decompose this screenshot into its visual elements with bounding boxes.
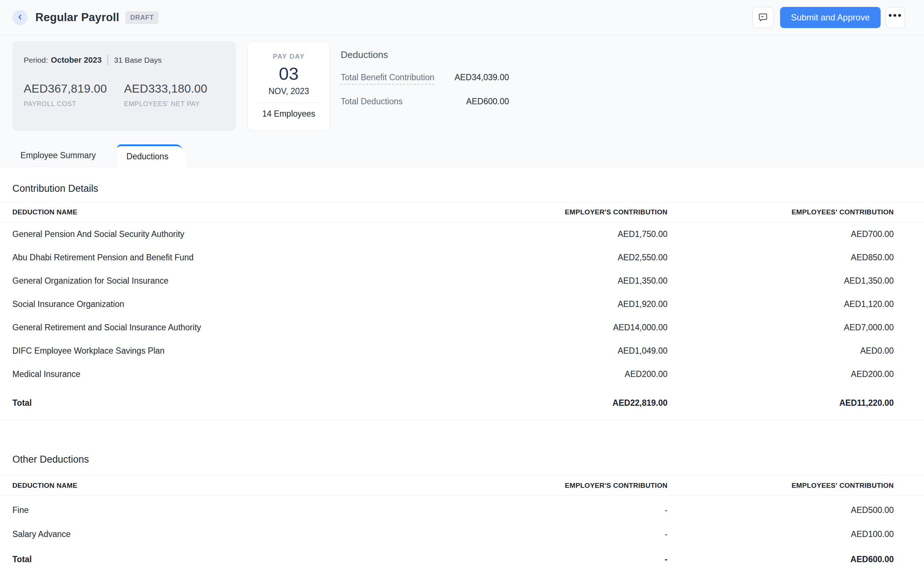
column-employer-contribution: EMPLOYER'S CONTRIBUTION — [441, 208, 668, 216]
contribution-table-header: DEDUCTION NAME EMPLOYER'S CONTRIBUTION E… — [12, 202, 894, 222]
payroll-cost-block: AED367,819.00 PAYROLL COST — [24, 82, 124, 108]
table-row: General Retirement and Social Insurance … — [12, 316, 894, 339]
other-deductions-body: Fine - AED500.00 Salary Advance - AED100… — [12, 496, 894, 568]
contribution-details-heading: Contribution Details — [12, 182, 894, 195]
table-row: DIFC Employee Workplace Savings Plan AED… — [12, 339, 894, 363]
deductions-heading: Deductions — [341, 49, 509, 60]
total-benefit-contribution-label[interactable]: Total Benefit Contribution — [341, 73, 434, 85]
table-row: Abu Dhabi Retirement Pension and Benefit… — [12, 246, 894, 269]
status-badge: DRAFT — [125, 11, 158, 24]
column-employer-contribution: EMPLOYER'S CONTRIBUTION — [441, 482, 668, 489]
page-title: Regular Payroll — [35, 11, 119, 24]
total-deductions-label: Total Deductions — [341, 97, 402, 106]
payroll-cost-amount: AED367,819.00 — [24, 82, 124, 95]
table-row: General Organization for Social Insuranc… — [12, 269, 894, 292]
table-row: Salary Advance - AED100.00 — [12, 522, 894, 546]
base-days: 31 Base Days — [114, 56, 162, 65]
payday-label: PAY DAY — [248, 53, 330, 60]
table-bottom-divider — [0, 420, 924, 420]
period-label: Period: — [24, 56, 48, 65]
payday-month-year: NOV, 2023 — [248, 86, 330, 96]
period-divider — [107, 55, 108, 65]
net-pay-amount: AED333,180.00 — [124, 82, 225, 95]
summary-band: Period: October 2023 31 Base Days AED367… — [0, 35, 924, 167]
total-deductions-row: Total Deductions AED600.00 — [341, 97, 509, 106]
other-deductions-total-row: Total - AED600.00 — [12, 546, 894, 568]
period-value: October 2023 — [51, 56, 102, 65]
net-pay-block: AED333,180.00 EMPLOYEES' NET PAY — [124, 82, 225, 108]
table-row: General Pension And Social Security Auth… — [12, 222, 894, 246]
deductions-summary-panel: Deductions Total Benefit Contribution AE… — [341, 41, 509, 106]
more-button[interactable]: ••• — [886, 7, 905, 28]
total-benefit-contribution-row: Total Benefit Contribution AED34,039.00 — [341, 73, 509, 85]
header-bar: Regular Payroll DRAFT Submit and Approve… — [0, 0, 924, 35]
other-deductions-heading: Other Deductions — [12, 453, 894, 465]
tab-employee-summary[interactable]: Employee Summary — [12, 144, 104, 167]
payday-divider — [257, 103, 320, 103]
total-deductions-value: AED600.00 — [466, 97, 509, 106]
tab-bar: Employee Summary Deductions — [12, 144, 912, 167]
comment-icon — [758, 12, 768, 23]
summary-row: Period: October 2023 31 Base Days AED367… — [12, 41, 912, 131]
table-row: Social Insurance Organization AED1,920.0… — [12, 292, 894, 316]
ellipsis-icon: ••• — [888, 10, 902, 20]
column-deduction-name: DEDUCTION NAME — [12, 482, 441, 489]
amounts-row: AED367,819.00 PAYROLL COST AED333,180.00… — [24, 82, 225, 108]
employee-count: 14 Employees — [248, 109, 330, 119]
payroll-cost-label: PAYROLL COST — [24, 100, 124, 108]
submit-and-approve-button[interactable]: Submit and Approve — [780, 7, 881, 28]
payroll-detail-page: Regular Payroll DRAFT Submit and Approve… — [0, 0, 924, 568]
payday-day: 03 — [248, 63, 330, 84]
contribution-details-section: Contribution Details DEDUCTION NAME EMPL… — [12, 182, 894, 420]
column-employees-contribution: EMPLOYEES' CONTRIBUTION — [668, 208, 894, 216]
column-employees-contribution: EMPLOYEES' CONTRIBUTION — [668, 482, 894, 489]
total-benefit-contribution-value: AED34,039.00 — [454, 73, 509, 82]
table-row: Medical Insurance AED200.00 AED200.00 — [12, 363, 894, 386]
payday-card: PAY DAY 03 NOV, 2023 14 Employees — [247, 41, 330, 131]
contribution-total-row: Total AED22,819.00 AED11,220.00 — [12, 386, 894, 420]
period-summary-card: Period: October 2023 31 Base Days AED367… — [12, 41, 236, 131]
chevron-left-icon — [17, 14, 24, 22]
comment-button[interactable] — [752, 7, 773, 28]
tab-deductions[interactable]: Deductions — [117, 144, 176, 167]
other-deductions-table-header: DEDUCTION NAME EMPLOYER'S CONTRIBUTION E… — [12, 475, 894, 495]
tab-content: Contribution Details DEDUCTION NAME EMPL… — [0, 167, 924, 568]
net-pay-label: EMPLOYEES' NET PAY — [124, 100, 225, 108]
back-button[interactable] — [12, 10, 28, 25]
period-line: Period: October 2023 31 Base Days — [24, 55, 225, 65]
other-deductions-section: Other Deductions DEDUCTION NAME EMPLOYER… — [12, 453, 894, 568]
table-row: Fine - AED500.00 — [12, 498, 894, 522]
column-deduction-name: DEDUCTION NAME — [12, 208, 441, 216]
